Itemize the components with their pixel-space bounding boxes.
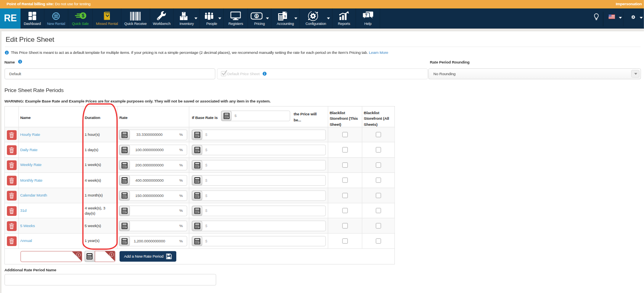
svg-text:$: $ xyxy=(82,13,85,18)
svg-text:$: $ xyxy=(256,14,258,18)
svg-text:?: ? xyxy=(365,13,367,18)
